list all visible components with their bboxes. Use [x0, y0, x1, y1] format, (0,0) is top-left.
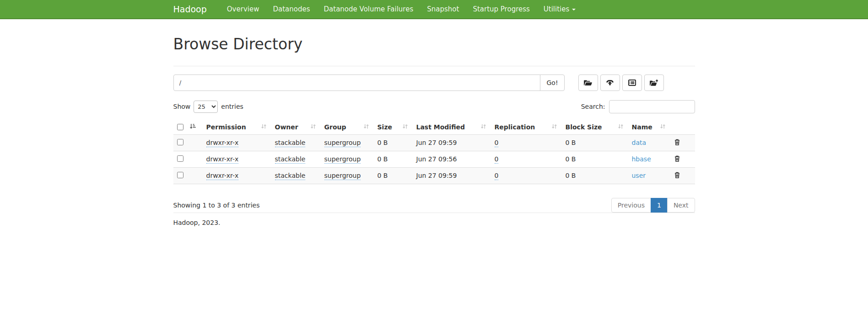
sort-both-icon	[310, 123, 316, 131]
trash-icon	[674, 155, 680, 162]
column-header-size[interactable]: Size	[374, 120, 413, 135]
list-button[interactable]	[622, 75, 642, 91]
sort-both-icon	[551, 123, 557, 131]
size-cell: 0 B	[377, 139, 388, 146]
column-label: Group	[324, 123, 346, 131]
trash-icon	[674, 138, 680, 146]
delete-button[interactable]	[674, 155, 680, 162]
replication-cell[interactable]: 0	[495, 139, 499, 147]
select-all-header[interactable]	[173, 120, 203, 135]
pagination-previous[interactable]: Previous	[611, 198, 651, 213]
column-label: Owner	[275, 123, 298, 131]
table-footer: Showing 1 to 3 of 3 entries Previous 1 N…	[173, 198, 695, 213]
column-header-owner[interactable]: Owner	[271, 120, 321, 135]
file-link[interactable]: hbase	[632, 155, 651, 163]
entries-select[interactable]: 25	[194, 101, 218, 113]
row-checkbox[interactable]	[177, 172, 183, 178]
table-row: drwxr-xr-x stackable supergroup 0 B Jun …	[173, 134, 695, 151]
last-modified-cell: Jun 27 09:59	[416, 172, 457, 179]
file-link[interactable]: user	[632, 172, 646, 179]
pagination: Previous 1 Next	[611, 198, 695, 213]
block-size-cell: 0 B	[566, 155, 576, 163]
owner-cell[interactable]: stackable	[275, 155, 306, 164]
pagination-page-1[interactable]: 1	[651, 198, 668, 213]
row-checkbox[interactable]	[177, 155, 183, 162]
owner-cell[interactable]: stackable	[275, 172, 306, 180]
page-title: Browse Directory	[173, 36, 695, 53]
pagination-next[interactable]: Next	[667, 198, 695, 213]
group-cell[interactable]: supergroup	[324, 155, 361, 164]
folder-open-icon	[583, 79, 593, 86]
trash-icon	[674, 171, 680, 179]
permission-cell[interactable]: drwxr-xr-x	[206, 155, 239, 164]
upload-files-button[interactable]	[600, 75, 620, 91]
upload-icon	[605, 79, 615, 86]
size-cell: 0 B	[377, 172, 388, 179]
replication-cell[interactable]: 0	[495, 155, 499, 164]
sort-asc-icon	[189, 123, 196, 131]
column-label: Permission	[206, 123, 246, 131]
brand-hadoop[interactable]: Hadoop	[173, 0, 214, 18]
file-link[interactable]: data	[632, 139, 647, 146]
delete-button[interactable]	[674, 138, 680, 146]
move-paste-button[interactable]	[644, 75, 664, 91]
column-header-block-size[interactable]: Block Size	[562, 120, 628, 135]
nav-item-overview[interactable]: Overview	[220, 0, 266, 18]
entries-label: entries	[221, 103, 243, 110]
select-all-checkbox[interactable]	[177, 124, 183, 130]
column-header-group[interactable]: Group	[321, 120, 374, 135]
nav-item-utilities-dropdown[interactable]: Utilities	[537, 0, 582, 18]
column-label: Size	[377, 123, 393, 131]
directory-path-input[interactable]	[173, 75, 541, 91]
column-label: Block Size	[566, 123, 602, 131]
column-header-last-modified[interactable]: Last Modified	[413, 120, 491, 135]
sort-both-icon	[363, 123, 369, 131]
caret-down-icon	[572, 9, 576, 11]
column-label: Name	[632, 123, 652, 131]
block-size-cell: 0 B	[566, 139, 576, 146]
entries-info: Showing 1 to 3 of 3 entries	[173, 202, 260, 209]
nav-item-datanodes[interactable]: Datanodes	[266, 0, 317, 18]
table-row: drwxr-xr-x stackable supergroup 0 B Jun …	[173, 167, 695, 184]
search-input[interactable]	[609, 100, 695, 113]
table-controls: Show 25 entries Search:	[173, 100, 695, 113]
column-header-permission[interactable]: Permission	[203, 120, 271, 135]
search-label: Search:	[581, 103, 605, 110]
folder-move-icon	[649, 79, 659, 86]
utilities-label: Utilities	[544, 5, 569, 13]
footer-text: Hadoop, 2023.	[173, 219, 695, 226]
sort-both-icon	[660, 123, 666, 131]
column-header-replication[interactable]: Replication	[491, 120, 562, 135]
list-icon	[628, 79, 636, 86]
group-cell[interactable]: supergroup	[324, 139, 361, 147]
header-divider	[173, 66, 695, 66]
delete-button[interactable]	[674, 171, 680, 179]
show-label: Show	[173, 103, 191, 110]
row-checkbox[interactable]	[177, 139, 183, 145]
sort-both-icon	[618, 123, 624, 131]
search-control: Search:	[581, 100, 695, 113]
path-bar: Go!	[173, 75, 695, 91]
top-navbar: Hadoop Overview Datanodes Datanode Volum…	[0, 0, 868, 19]
nav-item-datanode-volume-failures[interactable]: Datanode Volume Failures	[317, 0, 421, 18]
directory-table: Permission Owner G	[173, 120, 695, 184]
group-cell[interactable]: supergroup	[324, 172, 361, 180]
size-cell: 0 B	[377, 155, 388, 163]
column-header-name[interactable]: Name	[628, 120, 670, 135]
nav-item-snapshot[interactable]: Snapshot	[420, 0, 466, 18]
column-header-actions	[670, 120, 695, 135]
owner-cell[interactable]: stackable	[275, 139, 306, 147]
go-button[interactable]: Go!	[540, 75, 564, 91]
column-label: Last Modified	[416, 123, 465, 131]
permission-cell[interactable]: drwxr-xr-x	[206, 139, 239, 147]
replication-cell[interactable]: 0	[495, 172, 499, 180]
table-row: drwxr-xr-x stackable supergroup 0 B Jun …	[173, 151, 695, 167]
permission-cell[interactable]: drwxr-xr-x	[206, 172, 239, 180]
nav-item-startup-progress[interactable]: Startup Progress	[466, 0, 536, 18]
directory-actions	[578, 75, 664, 91]
create-directory-button[interactable]	[578, 75, 598, 91]
table-header-row: Permission Owner G	[173, 120, 695, 135]
sort-both-icon	[261, 123, 267, 131]
block-size-cell: 0 B	[566, 172, 576, 179]
sort-both-icon	[480, 123, 486, 131]
